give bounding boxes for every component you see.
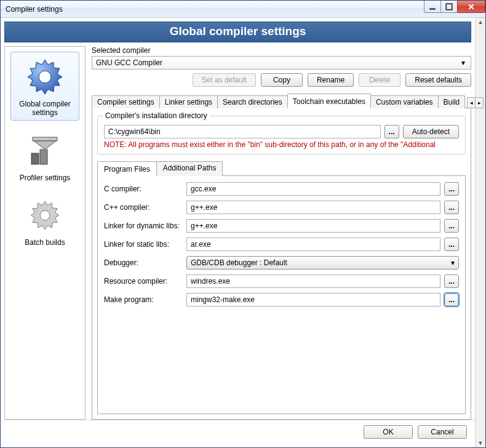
install-dir-input[interactable]: C:\cygwin64\bin <box>104 125 381 138</box>
svg-rect-1 <box>446 4 452 10</box>
program-path-input[interactable]: mingw32-make.exe <box>186 293 440 306</box>
tab-custom-variables[interactable]: Custom variables <box>370 95 439 108</box>
chevron-down-icon: ▾ <box>451 258 455 267</box>
selected-compiler-value: GNU GCC Compiler <box>96 58 162 67</box>
auto-detect-button[interactable]: Auto-detect <box>403 125 459 138</box>
settings-tabs: Compiler settings Linker settings Search… <box>92 93 471 108</box>
svg-point-2 <box>39 71 51 83</box>
sidebar-item-label: Global compiler settings <box>11 100 79 118</box>
window-title: Compiler settings <box>6 5 63 14</box>
page-title: Global compiler settings <box>4 22 471 42</box>
form-row: C compiler:gcc.exe... <box>104 182 459 196</box>
form-row: Linker for static libs:ar.exe... <box>104 238 459 251</box>
svg-rect-5 <box>33 137 57 141</box>
program-path-input[interactable]: ar.exe <box>186 238 440 251</box>
copy-button[interactable]: Copy <box>261 73 303 87</box>
field-label: Debugger: <box>104 258 183 267</box>
profiler-icon <box>23 129 67 173</box>
sidebar-item-label: Batch builds <box>25 239 65 247</box>
svg-rect-0 <box>429 8 436 9</box>
sidebar: Global compiler settings Profiler settin… <box>4 46 86 420</box>
cancel-button[interactable]: Cancel <box>418 425 467 439</box>
browse-button[interactable]: ... <box>444 219 459 233</box>
tab-scroll-buttons: ◂ ▸ <box>467 97 483 108</box>
main-row: Global compiler settings Profiler settin… <box>4 46 471 420</box>
field-label: Make program: <box>104 295 183 304</box>
compiler-button-row: Set as default Copy Rename Delete Reset … <box>92 73 471 87</box>
field-label: C++ compiler: <box>104 203 183 212</box>
svg-rect-6 <box>44 148 46 153</box>
selected-compiler-label: Selected compiler <box>92 46 471 55</box>
tab-toolchain-executables[interactable]: Toolchain executables <box>287 94 371 108</box>
form-row: Linker for dynamic libs:g++.exe... <box>104 219 459 233</box>
browse-button[interactable]: ... <box>444 274 459 288</box>
form-row: Resource compiler:windres.exe... <box>104 274 459 288</box>
window-buttons <box>424 1 485 13</box>
vertical-scrollbar[interactable]: ▲ ▼ <box>475 18 485 447</box>
field-label: C compiler: <box>104 185 183 193</box>
field-label: Resource compiler: <box>104 277 183 286</box>
tab-linker-settings[interactable]: Linker settings <box>159 95 218 108</box>
debugger-dropdown[interactable]: GDB/CDB debugger : Default▾ <box>186 256 459 270</box>
sidebar-item-batch-builds[interactable]: Batch builds <box>10 190 79 250</box>
install-dir-legend: Compiler's installation directory <box>103 111 210 120</box>
toolchain-tab-page: Compiler's installation directory C:\cyg… <box>92 108 471 420</box>
client-area: ▲ ▼ Global compiler settings <box>1 18 485 447</box>
tab-compiler-settings[interactable]: Compiler settings <box>92 95 160 108</box>
sidebar-item-label: Profiler settings <box>20 174 71 183</box>
maximize-button[interactable] <box>440 1 458 13</box>
ok-button[interactable]: OK <box>364 425 413 439</box>
gear-blue-icon <box>23 55 67 99</box>
compiler-settings-window: Compiler settings ▲ ▼ Global compiler se… <box>0 0 486 448</box>
form-row: C++ compiler:g++.exe... <box>104 201 459 214</box>
form-row: Debugger:GDB/CDB debugger : Default▾ <box>104 256 459 270</box>
browse-install-dir-button[interactable]: ... <box>384 125 399 138</box>
program-files-page: C compiler:gcc.exe...C++ compiler:g++.ex… <box>97 176 466 414</box>
install-dir-group: Compiler's installation directory C:\cyg… <box>97 116 466 154</box>
field-label: Linker for dynamic libs: <box>104 222 183 230</box>
field-label: Linker for static libs: <box>104 240 183 249</box>
chevron-down-icon: ▾ <box>458 58 468 68</box>
program-path-input[interactable]: g++.exe <box>186 201 440 214</box>
tab-build-options[interactable]: Build <box>438 95 466 108</box>
selected-compiler-dropdown[interactable]: GNU GCC Compiler ▾ <box>92 56 471 70</box>
program-path-input[interactable]: windres.exe <box>186 274 440 288</box>
program-path-input[interactable]: g++.exe <box>186 219 440 233</box>
browse-button[interactable]: ... <box>444 182 459 196</box>
tab-additional-paths[interactable]: Additional Paths <box>156 161 223 176</box>
close-button[interactable] <box>457 1 485 13</box>
tab-search-directories[interactable]: Search directories <box>217 95 288 108</box>
dialog-footer: OK Cancel <box>4 420 482 444</box>
install-dir-note: NOTE: All programs must exist either in … <box>104 140 459 149</box>
scroll-down-icon: ▼ <box>478 440 484 446</box>
inner-tabs: Program Files Additional Paths <box>97 161 466 176</box>
browse-button[interactable]: ... <box>444 238 459 251</box>
form-row: Make program:mingw32-make.exe... <box>104 293 459 306</box>
minimize-button[interactable] <box>424 1 441 13</box>
sidebar-item-global-compiler[interactable]: Global compiler settings <box>10 52 79 121</box>
rename-button[interactable]: Rename <box>308 73 354 87</box>
titlebar[interactable]: Compiler settings <box>1 1 485 18</box>
svg-point-7 <box>40 211 50 221</box>
browse-button[interactable]: ... <box>444 293 459 306</box>
browse-button[interactable]: ... <box>444 201 459 214</box>
sidebar-item-profiler[interactable]: Profiler settings <box>10 126 79 186</box>
program-path-input[interactable]: gcc.exe <box>186 182 440 196</box>
content-area: Selected compiler GNU GCC Compiler ▾ Set… <box>86 46 471 420</box>
scroll-up-icon: ▲ <box>478 19 484 25</box>
tab-scroll-left-button[interactable]: ◂ <box>467 97 476 108</box>
tab-program-files[interactable]: Program Files <box>97 161 157 176</box>
delete-button[interactable]: Delete <box>359 73 400 87</box>
svg-rect-3 <box>31 153 39 164</box>
set-as-default-button[interactable]: Set as default <box>193 73 256 87</box>
reset-defaults-button[interactable]: Reset defaults <box>405 73 471 87</box>
gear-gray-icon <box>23 193 67 238</box>
tab-scroll-right-button[interactable]: ▸ <box>475 97 484 108</box>
